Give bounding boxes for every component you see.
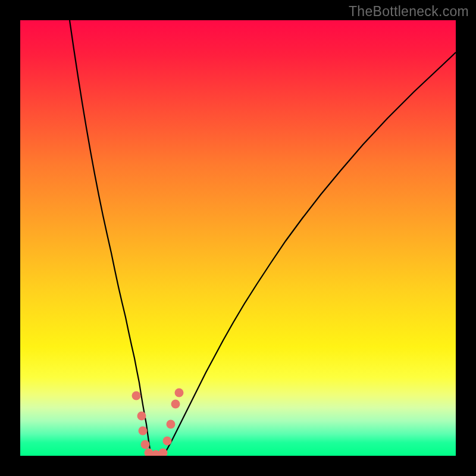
marker-points: [132, 389, 184, 456]
marker-dot: [171, 400, 180, 409]
marker-dot: [159, 449, 168, 456]
curve-overlay: [20, 20, 456, 456]
left-curve: [70, 20, 151, 456]
marker-dot: [139, 427, 148, 436]
plot-area: [20, 20, 456, 456]
marker-dot: [175, 389, 184, 397]
chart-frame: TheBottleneck.com: [0, 0, 476, 476]
marker-dot: [163, 437, 172, 446]
marker-dot: [167, 420, 176, 429]
right-curve: [163, 52, 456, 456]
watermark-text: TheBottleneck.com: [349, 4, 469, 20]
marker-dot: [132, 392, 141, 400]
marker-dot: [137, 412, 146, 421]
marker-dot: [141, 440, 150, 449]
